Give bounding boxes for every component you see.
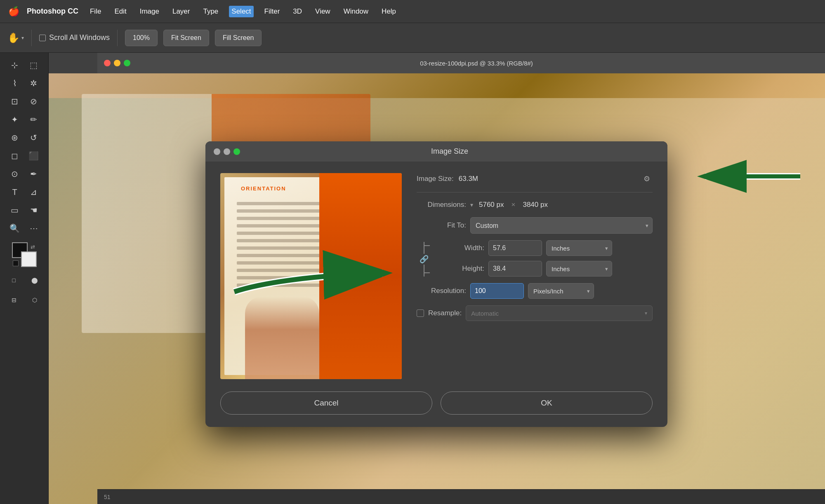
constraint-link-area: 🔗 (417, 242, 431, 277)
menu-edit[interactable]: Edit (112, 6, 129, 17)
brush-tool[interactable]: ✏ (25, 111, 43, 128)
app-name[interactable]: Photoshop CC (27, 7, 78, 16)
lasso-tool[interactable]: ⌇ (6, 75, 24, 91)
menu-filter[interactable]: Filter (262, 6, 283, 17)
dimensions-label: Dimensions: (417, 201, 466, 209)
fit-screen-button[interactable]: Fit Screen (163, 30, 209, 46)
eraser-fill-tools: ◻ ⬛ (6, 148, 43, 164)
dialog-zoom-button[interactable] (233, 148, 240, 155)
hand-tool[interactable]: ☚ (25, 202, 43, 218)
bg-close-button[interactable] (104, 60, 111, 66)
move-tool[interactable]: ⊹ (6, 57, 24, 73)
apple-logo-icon[interactable]: 🍎 (8, 6, 19, 17)
fill-tool[interactable]: ⬛ (25, 148, 43, 164)
menu-3d[interactable]: 3D (290, 6, 304, 17)
scroll-all-label: Scroll All Windows (49, 33, 110, 42)
dialog-titlebar: Image Size (205, 141, 667, 162)
bg-maximize-button[interactable] (124, 60, 130, 66)
eyedropper-tool[interactable]: ⊘ (25, 93, 43, 110)
toolbar: ✋ ▾ Scroll All Windows 100% Fit Screen F… (0, 23, 825, 53)
bg-window-controls (104, 60, 130, 66)
wh-inputs: Width: Inches Pixels Centimeters Millime… (435, 240, 653, 277)
fit-to-select[interactable]: Custom Original Size US Paper Internatio… (470, 217, 653, 234)
frame-mode-icon[interactable]: ⬡ (25, 292, 44, 308)
orientation-label: ORIENTATION (241, 185, 286, 192)
menu-layer[interactable]: Layer (170, 6, 193, 17)
dimension-height-value: 3840 px (523, 201, 548, 209)
toolbar-separator-2 (117, 30, 118, 46)
zoom-value-button[interactable]: 100% (125, 30, 158, 46)
dodge-tool[interactable]: ⊙ (6, 166, 24, 182)
eraser-tool[interactable]: ◻ (6, 148, 24, 164)
dialog-minimize-button[interactable] (224, 148, 230, 155)
resolution-label: Resolution: (417, 287, 466, 295)
image-size-label: Image Size: (417, 175, 454, 183)
resolution-unit-select[interactable]: Pixels/Inch Pixels/Centimeter (528, 283, 594, 299)
menu-view[interactable]: View (313, 6, 333, 17)
magic-wand-tool[interactable]: ✲ (25, 75, 43, 91)
stamp-tool[interactable]: ⊛ (6, 129, 24, 146)
resolution-row: Resolution: Pixels/Inch Pixels/Centimete… (417, 283, 653, 299)
dialog-buttons: Cancel OK (205, 391, 667, 427)
shape-tool[interactable]: ▭ (6, 202, 24, 218)
hand-tool-button[interactable]: ✋ ▾ (7, 32, 24, 44)
path-select-tool[interactable]: ⊿ (25, 184, 43, 200)
menu-bar: 🍎 Photoshop CC File Edit Image Layer Typ… (0, 0, 825, 23)
scroll-all-checkbox[interactable] (39, 35, 46, 41)
height-unit-wrapper: Inches Pixels Centimeters Millimeters (546, 261, 612, 277)
menu-help[interactable]: Help (379, 6, 398, 17)
hand-tool-dropdown-arrow[interactable]: ▾ (21, 35, 24, 41)
resolution-unit-wrapper: Pixels/Inch Pixels/Centimeter (528, 283, 594, 299)
resample-checkbox[interactable] (417, 309, 424, 317)
width-row: Width: Inches Pixels Centimeters Millime… (435, 240, 653, 256)
bg-window-title: 03-resize-100dpi.psd @ 33.3% (RGB/8#) (134, 60, 818, 67)
dimensions-row: Dimensions: ▾ 5760 px × 3840 px (417, 201, 653, 209)
main-area: ⊹ ⬚ ⌇ ✲ ⊡ ⊘ ✦ ✏ ⊛ ↺ ◻ ⬛ ⊙ ✒ T ⊿ (0, 53, 825, 504)
screen-mode-icon[interactable]: ⊟ (5, 292, 24, 308)
normal-mode-icon[interactable]: □ (5, 272, 24, 288)
resample-row: Resample: Automatic ▾ (417, 305, 653, 321)
dialog-form: Image Size: 63.3M ⚙ Dimensions: ▾ 5760 p… (402, 173, 653, 379)
scroll-all-row: Scroll All Windows (39, 33, 110, 42)
height-unit-select[interactable]: Inches Pixels Centimeters Millimeters (546, 261, 612, 277)
menu-window[interactable]: Window (341, 6, 371, 17)
menu-image[interactable]: Image (137, 6, 162, 17)
link-chain-icon[interactable]: 🔗 (419, 254, 429, 265)
settings-gear-button[interactable]: ⚙ (641, 173, 653, 185)
color-swatches[interactable]: ⇄ (12, 242, 37, 267)
menu-select[interactable]: Select (229, 6, 253, 17)
dialog-content: ORIENTATION (205, 162, 667, 391)
pen-tool[interactable]: ✒ (25, 166, 43, 182)
swap-colors-icon[interactable]: ⇄ (31, 244, 35, 250)
menu-file[interactable]: File (87, 6, 104, 17)
width-unit-select[interactable]: Inches Pixels Centimeters Millimeters (546, 240, 612, 256)
cancel-button[interactable]: Cancel (220, 391, 432, 415)
resample-select-display[interactable]: Automatic ▾ (466, 305, 653, 321)
ok-button[interactable]: OK (441, 391, 653, 415)
marquee-tool[interactable]: ⬚ (25, 57, 43, 73)
fill-screen-button[interactable]: Fill Screen (215, 30, 262, 46)
crop-tool[interactable]: ⊡ (6, 93, 24, 110)
zoom-tool[interactable]: 🔍 (6, 220, 24, 237)
quick-mask-icon[interactable]: ⬤ (25, 272, 44, 288)
preview-hand (245, 297, 319, 379)
dialog-preview: ORIENTATION (220, 173, 402, 379)
width-input[interactable] (488, 240, 542, 256)
healing-brush-tools: ✦ ✏ (6, 111, 43, 128)
background-window-titlebar: 03-resize-100dpi.psd @ 33.3% (RGB/8#) (97, 53, 825, 73)
resolution-input[interactable] (470, 283, 524, 299)
bg-minimize-button[interactable] (114, 60, 120, 66)
dimensions-dropdown-arrow[interactable]: ▾ (470, 202, 473, 208)
healing-tool[interactable]: ✦ (6, 111, 24, 128)
mask-mode-row: □ ⬤ (5, 272, 44, 288)
text-tool[interactable]: T (6, 184, 24, 200)
height-input[interactable] (488, 261, 542, 277)
background-color[interactable] (21, 251, 37, 267)
menu-type[interactable]: Type (200, 6, 221, 17)
fit-to-row: Fit To: Custom Original Size US Paper In… (417, 217, 653, 234)
extra-tool[interactable]: ⋯ (25, 220, 43, 237)
dialog-close-button[interactable] (214, 148, 220, 155)
toolbar-separator-1 (31, 30, 32, 46)
resample-label: Resample: (428, 309, 462, 317)
history-brush-tool[interactable]: ↺ (25, 129, 43, 146)
